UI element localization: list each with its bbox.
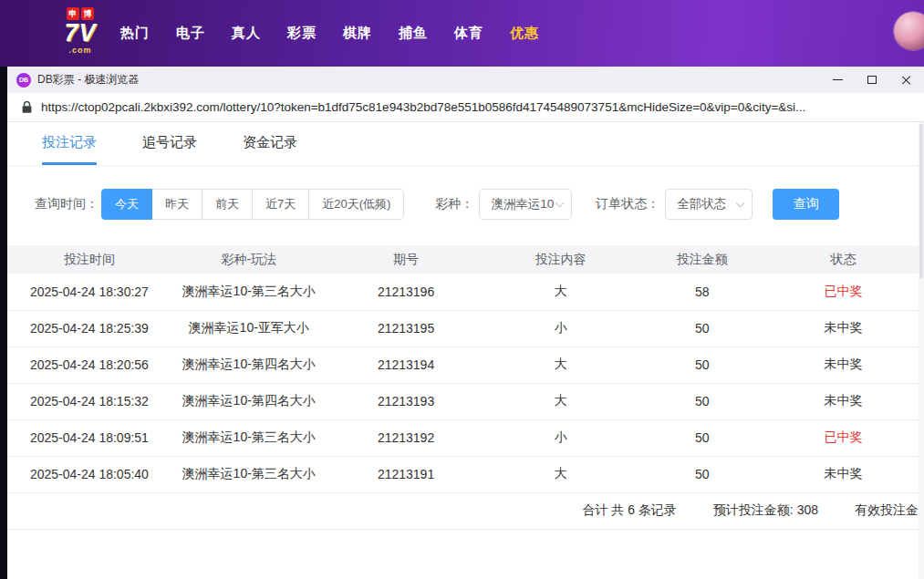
nav-item-live[interactable]: 真人 (232, 25, 261, 42)
header-amount: 投注金额 (636, 245, 768, 274)
cell-bet-time: 2025-04-24 18:30:27 (7, 274, 171, 310)
cell-status: 未中奖 (768, 346, 919, 383)
scrollbar-thumb[interactable] (919, 124, 923, 279)
nav-item-promos[interactable]: 优惠 (510, 25, 539, 42)
tab-bet-records[interactable]: 投注记录 (42, 122, 97, 165)
cell-content: 大 (485, 383, 636, 419)
cell-play-type: 澳洲幸运10-第三名大小 (171, 274, 327, 310)
maximize-icon (867, 76, 877, 84)
summary-expected-amount: 预计投注金额: 308 (713, 502, 818, 519)
maximize-button[interactable] (855, 67, 889, 93)
browser-app-icon: DB (16, 73, 31, 88)
table-row: 2025-04-24 18:15:32 澳洲幸运10-第四名大小 2121319… (7, 383, 919, 419)
nav-item-cards[interactable]: 棋牌 (343, 25, 372, 42)
cell-status: 已中奖 (768, 274, 919, 310)
user-avatar[interactable] (894, 12, 924, 50)
url-text: https://ctop02pcali.2kbxi392.com/lottery… (41, 100, 805, 114)
browser-window: DB DB彩票 - 极速浏览器 https://ctop02pcali.2kbx… (7, 67, 924, 579)
cell-status: 已中奖 (768, 419, 919, 456)
cell-bet-time: 2025-04-24 18:25:39 (7, 310, 171, 346)
cell-content: 小 (485, 419, 636, 456)
time-option-today[interactable]: 今天 (101, 189, 152, 220)
order-status-label: 订单状态： (596, 196, 659, 212)
site-top-bar: 申 博 7V .com 热门 电子 真人 彩票 棋牌 捕鱼 体育 优惠 (0, 0, 924, 67)
cell-issue: 21213192 (327, 419, 486, 456)
table-header-row: 投注时间 彩种-玩法 期号 投注内容 投注金额 状态 (7, 245, 919, 274)
lottery-type-select[interactable]: 澳洲幸运10 (479, 189, 572, 220)
time-range-group: 今天 昨天 前天 近7天 近20天(低频) (101, 189, 404, 220)
cell-play-type: 澳洲幸运10-第三名大小 (171, 419, 327, 456)
nav-item-lottery[interactable]: 彩票 (287, 25, 317, 42)
lottery-type-label: 彩种： (435, 196, 473, 212)
cell-play-type: 澳洲幸运10-第四名大小 (171, 346, 327, 383)
header-issue: 期号 (327, 245, 486, 274)
site-nav-menu: 热门 电子 真人 彩票 棋牌 捕鱼 体育 优惠 (120, 0, 539, 67)
address-bar[interactable]: https://ctop02pcali.2kbxi392.com/lottery… (7, 93, 924, 122)
summary-valid-amount-label: 有效投注金额 (855, 502, 924, 519)
filter-bar: 查询时间： 今天 昨天 前天 近7天 近20天(低频) 彩种： 澳洲幸运10 订… (35, 189, 924, 220)
search-button[interactable]: 查询 (773, 189, 839, 220)
bet-records-table: 投注时间 彩种-玩法 期号 投注内容 投注金额 状态 2025-04-24 18… (7, 245, 924, 493)
chevron-down-icon (555, 198, 565, 207)
cell-amount: 50 (636, 383, 768, 419)
summary-record-count: 合计 共 6 条记录 (582, 502, 676, 519)
table-row: 2025-04-24 18:05:40 澳洲幸运10-第三名大小 2121319… (7, 456, 919, 492)
cell-bet-time: 2025-04-24 18:05:40 (7, 456, 171, 492)
nav-item-slots[interactable]: 电子 (176, 25, 205, 42)
tab-fund-records[interactable]: 资金记录 (243, 122, 297, 165)
table-row: 2025-04-24 18:09:51 澳洲幸运10-第三名大小 2121319… (7, 419, 919, 456)
cell-issue: 21213191 (327, 456, 486, 492)
cell-content: 小 (485, 310, 636, 346)
cell-play-type: 澳洲幸运10-亚军大小 (171, 310, 327, 346)
nav-item-fishing[interactable]: 捕鱼 (399, 25, 428, 42)
order-status-value: 全部状态 (677, 196, 726, 212)
table-row: 2025-04-24 18:30:27 澳洲幸运10-第三名大小 2121319… (7, 274, 919, 310)
nav-item-sports[interactable]: 体育 (454, 25, 483, 42)
time-option-7days[interactable]: 近7天 (252, 189, 309, 220)
cell-bet-time: 2025-04-24 18:15:32 (7, 383, 171, 419)
tab-chase-records[interactable]: 追号记录 (142, 122, 197, 165)
header-bet-time: 投注时间 (7, 245, 171, 274)
cell-amount: 50 (636, 310, 768, 346)
table-row: 2025-04-24 18:20:56 澳洲幸运10-第四名大小 2121319… (7, 346, 919, 383)
header-content: 投注内容 (485, 245, 636, 274)
cell-amount: 58 (636, 274, 768, 310)
minimize-button[interactable] (820, 67, 855, 93)
cell-amount: 50 (636, 419, 768, 456)
logo-tile-1: 申 (67, 7, 79, 20)
cell-issue: 21213195 (327, 310, 486, 346)
cell-status: 未中奖 (768, 310, 919, 346)
close-icon (901, 75, 912, 86)
close-button[interactable] (889, 67, 924, 93)
lottery-type-value: 澳洲幸运10 (491, 196, 554, 212)
page-content: 投注记录 追号记录 资金记录 查询时间： 今天 昨天 前天 近7天 近20天(低… (7, 122, 924, 579)
nav-item-hot[interactable]: 热门 (120, 25, 150, 42)
cell-content: 大 (485, 346, 636, 383)
summary-bar: 合计 共 6 条记录 预计投注金额: 308 有效投注金额 (7, 493, 924, 530)
logo-tiles: 申 博 (57, 7, 104, 20)
chevron-down-icon (736, 198, 745, 207)
vertical-scrollbar[interactable] (919, 122, 924, 579)
logo-tile-2: 博 (81, 7, 94, 20)
header-status: 状态 (768, 245, 919, 274)
cell-bet-time: 2025-04-24 18:09:51 (7, 419, 171, 456)
cell-play-type: 澳洲幸运10-第三名大小 (171, 456, 327, 492)
order-status-select[interactable]: 全部状态 (665, 189, 753, 220)
query-time-label: 查询时间： (35, 196, 99, 212)
time-option-yesterday[interactable]: 昨天 (151, 189, 202, 220)
cell-issue: 21213196 (327, 274, 486, 310)
cell-content: 大 (485, 274, 636, 310)
site-logo[interactable]: 申 博 7V .com (57, 7, 104, 55)
window-title: DB彩票 - 极速浏览器 (37, 72, 139, 88)
time-option-daybefore[interactable]: 前天 (202, 189, 253, 220)
cell-status: 未中奖 (768, 456, 919, 492)
cell-issue: 21213194 (327, 346, 486, 383)
cell-content: 大 (485, 456, 636, 492)
cell-status: 未中奖 (768, 383, 919, 419)
cell-amount: 50 (636, 456, 768, 492)
window-controls (820, 67, 924, 93)
minimize-icon (833, 79, 843, 80)
time-option-20days[interactable]: 近20天(低频) (308, 189, 404, 220)
logo-sub-text: .com (57, 47, 104, 55)
lock-icon (22, 101, 32, 114)
